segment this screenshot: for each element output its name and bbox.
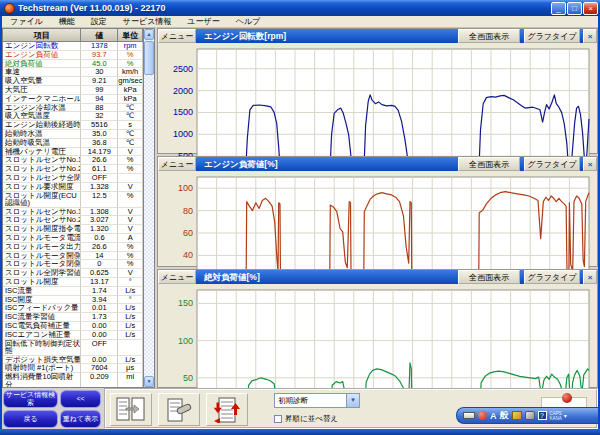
ime-alpha-mode[interactable]: A [490,411,497,421]
table-scrollbar[interactable]: ▲ ▼ [143,29,154,387]
chart-close-icon[interactable]: × [583,29,597,43]
chart-title: 絶対負荷値[%] [196,270,454,284]
svg-text:2000: 2000 [173,86,193,96]
scroll-up-icon[interactable]: ▲ [144,29,154,40]
ime-general-mode[interactable]: 般 [500,409,509,422]
table-row[interactable]: スロットルモータ閉側Duty比0% [3,260,143,269]
service-info-search-button[interactable]: サービス情報検索 [3,390,58,408]
ime-pad-icon[interactable] [512,411,522,420]
dropdown-value: 初期診断 [275,394,346,407]
column-header-item[interactable]: 項目 [3,29,81,41]
sort-list-button[interactable] [206,393,248,426]
chart-close-icon[interactable]: × [583,270,597,284]
table-row[interactable]: ISCフィードバック量0.01L/s [3,304,143,313]
checkbox-label: 昇順に並べ替え [285,414,338,424]
menu-file[interactable]: ファイル [2,16,51,27]
chart-menu-button[interactable]: メニュー [158,157,196,171]
main-area: 項目 値 単位 エンジン回転数1378rpmエンジン負荷値93.7%絶対負荷値4… [2,28,598,388]
table-row[interactable]: 燃料消費量10回噴射分0.209ml [3,373,143,387]
table-row[interactable]: スロットルセンサ全閉状態OFF [3,174,143,183]
table-row[interactable]: スロットル全閉学習値0.625V [3,269,143,278]
column-header-value[interactable]: 値 [81,29,118,41]
table-row[interactable]: 補機バッテリ電圧14.179V [3,148,143,157]
charts-panel: メニュー エンジン回転数[rpm] 全画面表示 グラフタイプ × 0500100… [155,28,598,388]
table-row[interactable]: スロットル開度指令電圧1.320V [3,225,143,234]
minimize-button[interactable]: _ [551,2,566,15]
table-row[interactable]: 吸入空気量9.21gm/sec [3,77,143,86]
table-row[interactable]: 回転低下時制御判定状態OFF [3,340,143,356]
dropdown-arrow-icon[interactable]: ▼ [346,394,359,407]
ime-options-chevron-icon[interactable]: ▾ [564,412,567,419]
table-row[interactable]: スロットルモータ電流0.6A [3,234,143,243]
table-row[interactable]: 始動時水温35.0℃ [3,130,143,139]
diagnosis-mode-dropdown[interactable]: 初期診断 ▼ [274,393,360,408]
sort-ascending-option[interactable]: 昇順に並べ替え [274,414,360,424]
record-data-button[interactable] [158,393,200,426]
table-row[interactable]: 車速30km/h [3,68,143,77]
fullscreen-button[interactable]: 全画面表示 [458,29,520,43]
chart-title: エンジン回転数[rpm] [196,29,454,43]
tray-ball-icon [562,393,572,403]
fullscreen-button[interactable]: 全画面表示 [458,157,520,171]
menu-user[interactable]: ユーザー [179,16,227,27]
table-row[interactable]: スロットル開度13.17° [3,278,143,287]
pen-mode-icon[interactable] [478,411,487,420]
menu-settings[interactable]: 設定 [83,16,115,27]
menu-help[interactable]: ヘルプ [228,16,269,27]
techstream-app-icon [4,3,15,14]
table-row[interactable]: スロットルセンサNo.1 電圧1.308V [3,208,143,217]
overlay-display-button[interactable]: 重ねて表示 [60,410,101,428]
table-row[interactable]: スロットルセンサNo.2 電圧比61.1% [3,165,143,174]
data-list-split-icon [116,397,146,423]
table-row[interactable]: ISC流量学習値1.73L/s [3,313,143,322]
data-table-body: エンジン回転数1378rpmエンジン負荷値93.7%絶対負荷値45.0%車速30… [3,42,143,387]
chart-menu-button[interactable]: メニュー [158,270,196,284]
menu-function[interactable]: 機能 [51,16,83,27]
data-list-split-button[interactable] [110,393,152,426]
title-bar: Techstream (Ver 11.00.019) - 22170 _ □ × [0,0,600,16]
help-icon[interactable]: ? [538,411,547,420]
table-row[interactable]: インテークマニホールド圧94kPa [3,95,143,104]
keyboard-icon[interactable] [463,412,475,419]
table-row[interactable]: ISC開度3.94° [3,296,143,305]
graph-type-button[interactable]: グラフタイプ [524,157,580,171]
svg-text:100: 100 [178,336,193,346]
table-row[interactable]: スロットルセンサNo.1 電圧比26.6% [3,156,143,165]
graph-type-button[interactable]: グラフタイプ [524,29,580,43]
table-row[interactable]: ISC流量1.74L/s [3,287,143,296]
scroll-down-icon[interactable]: ▼ [144,376,154,387]
table-row[interactable]: スロットルモータ出力26.6% [3,243,143,252]
menu-service-info[interactable]: サービス情報 [115,16,180,27]
svg-text:2500: 2500 [173,64,193,74]
table-row[interactable]: 始動時吸気温36.8℃ [3,139,143,148]
table-row[interactable]: ISC電気負荷補正量0.00L/s [3,322,143,331]
column-header-unit[interactable]: 単位 [118,29,143,41]
fullscreen-button[interactable]: 全画面表示 [458,270,520,284]
table-row[interactable]: ISCエアコン補正量0.00L/s [3,331,143,340]
table-row[interactable]: デポジット損失空気量0.00L/s [3,356,143,365]
table-row[interactable]: エンジン冷却水温88℃ [3,104,143,113]
graph-type-button[interactable]: グラフタイプ [524,270,580,284]
table-row[interactable]: スロットル開度(ECU認識値)12.5% [3,192,143,208]
table-row[interactable]: エンジン負荷値93.7% [3,51,143,60]
scrollbar-thumb[interactable] [144,41,154,75]
back-button[interactable]: 戻る [3,410,58,428]
table-row[interactable]: 大気圧99kPa [3,86,143,95]
table-row[interactable]: 噴射時間 #1(ポート)7604μs [3,364,143,373]
table-row[interactable]: スロットル要求開度1.328V [3,183,143,192]
sort-ascending-checkbox[interactable] [274,415,282,423]
table-row[interactable]: スロットルモータ開側Duty比14% [3,252,143,261]
table-row[interactable]: エンジン回転数1378rpm [3,42,143,51]
close-button[interactable]: × [583,2,598,15]
svg-text:60: 60 [183,228,193,238]
table-row[interactable]: 吸入空気温度32℃ [3,112,143,121]
chart-menu-button[interactable]: メニュー [158,29,196,43]
table-row[interactable]: エンジン始動後経過時間5516s [3,121,143,130]
collapse-button[interactable]: << [60,390,101,408]
table-row[interactable]: スロットルセンサNo.2 電圧3.027V [3,216,143,225]
table-row[interactable]: 絶対負荷値45.0% [3,60,143,69]
tools-icon[interactable] [525,411,535,420]
maximize-button[interactable]: □ [567,2,582,15]
chart-close-icon[interactable]: × [583,157,597,171]
svg-text:1000: 1000 [173,129,193,139]
